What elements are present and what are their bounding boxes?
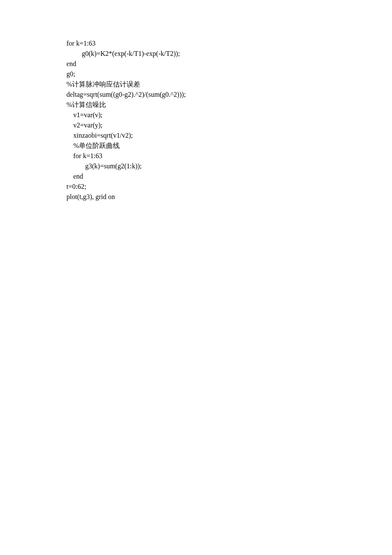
code-line: t=0:62; (66, 182, 332, 192)
code-line: %单位阶跃曲线 (66, 141, 332, 151)
code-page: for k=1:63 g0(k)=K2*(exp(-k/T1)-exp(-k/T… (0, 0, 392, 202)
code-line: end (66, 59, 332, 69)
code-line: for k=1:63 (66, 38, 332, 49)
code-line: xinzaobi=sqrt(v1/v2); (66, 130, 332, 141)
code-line: g0(k)=K2*(exp(-k/T1)-exp(-k/T2)); (66, 49, 332, 59)
code-line: end (66, 171, 332, 182)
code-line: for k=1:63 (66, 151, 332, 161)
code-line: deltag=sqrt(sum((g0-g2).^2)/(sum(g0.^2))… (66, 90, 332, 100)
code-line: v2=var(y); (66, 120, 332, 130)
code-line: g0; (66, 69, 332, 79)
code-line: %计算脉冲响应估计误差 (66, 79, 332, 90)
code-line: v1=var(v); (66, 110, 332, 120)
code-line: g3(k)=sum(g2(1:k)); (66, 161, 332, 171)
code-line: %计算信噪比 (66, 100, 332, 110)
code-line: plot(t,g3), grid on (66, 192, 332, 202)
